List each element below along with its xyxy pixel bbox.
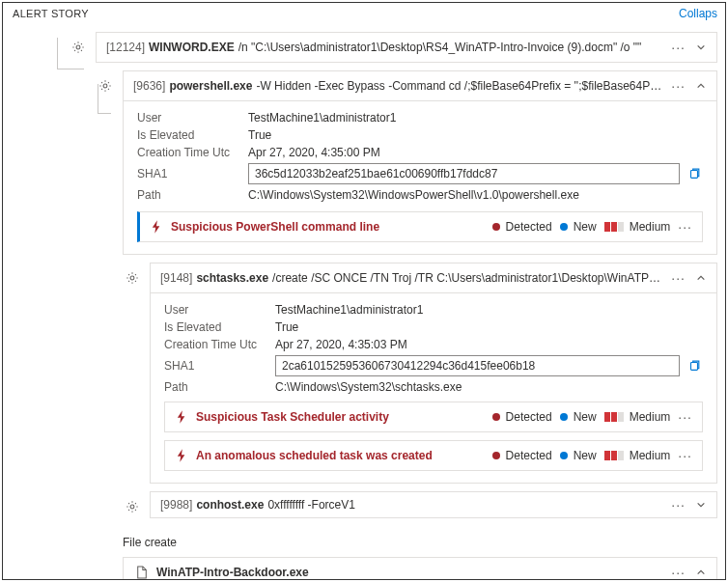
sha1-field[interactable]: 2ca6101525953606730412294c36d415fee06b18 (275, 355, 680, 376)
more-icon[interactable]: ··· (671, 566, 686, 579)
value-path: C:\Windows\System32\WindowsPowerShell\v1… (248, 188, 703, 202)
lightning-icon (150, 220, 163, 234)
alert-title: Suspicious PowerShell command line (171, 220, 485, 234)
alert-row[interactable]: An anomalous scheduled task was created … (164, 440, 703, 471)
label-ctime: Creation Time Utc (137, 146, 248, 159)
label-elevated: Is Elevated (164, 320, 275, 334)
process-pid: [9988] (160, 498, 192, 512)
more-icon[interactable]: ··· (671, 41, 686, 54)
svg-point-0 (76, 45, 80, 49)
file-name: WinATP-Intro-Backdoor.exe (156, 566, 659, 579)
process-args: /create /SC ONCE /TN Troj /TR C:\Users\a… (272, 271, 663, 285)
chevron-down-icon[interactable] (695, 42, 707, 53)
chevron-up-icon[interactable] (695, 272, 707, 284)
more-icon[interactable]: ··· (678, 410, 692, 424)
alert-title: Suspicious Task Scheduler activity (196, 410, 485, 424)
status-detected: Detected (492, 449, 552, 462)
svg-point-1 (103, 84, 107, 88)
chevron-up-icon[interactable] (695, 567, 707, 578)
svg-rect-2 (691, 171, 698, 179)
process-args: -W Hidden -Exec Bypass -Command cd /;$fi… (256, 79, 663, 93)
process-pid: [9148] (160, 271, 192, 285)
status-severity: Medium (604, 449, 671, 462)
status-new: New (560, 449, 597, 462)
value-ctime: Apr 27, 2020, 4:35:03 PM (275, 338, 703, 351)
more-icon[interactable]: ··· (671, 271, 686, 285)
process-name: powershell.exe (169, 79, 252, 93)
label-ctime: Creation Time Utc (164, 338, 275, 351)
label-sha1: SHA1 (164, 359, 275, 373)
lightning-icon (175, 410, 188, 424)
chevron-down-icon[interactable] (695, 499, 707, 511)
value-elevated: True (275, 320, 703, 334)
label-path: Path (137, 188, 248, 202)
status-new: New (560, 220, 597, 234)
value-user: TestMachine1\administrator1 (275, 303, 703, 317)
gear-icon (96, 76, 121, 96)
label-sha1: SHA1 (137, 167, 248, 180)
process-name: schtasks.exe (196, 271, 268, 285)
more-icon[interactable]: ··· (671, 79, 686, 93)
process-details: User TestMachine1\administrator1 Is Elev… (123, 101, 717, 255)
process-name: WINWORD.EXE (149, 41, 235, 54)
chevron-up-icon[interactable] (695, 80, 707, 92)
status-detected: Detected (492, 220, 552, 234)
process-pid: [9636] (133, 79, 165, 93)
collapse-all-link[interactable]: Collaps (679, 7, 717, 20)
value-ctime: Apr 27, 2020, 4:35:00 PM (248, 146, 703, 159)
status-new: New (560, 410, 597, 424)
label-elevated: Is Elevated (137, 128, 248, 142)
more-icon[interactable]: ··· (678, 220, 692, 234)
value-path: C:\Windows\System32\schtasks.exe (275, 380, 703, 394)
alert-title: An anomalous scheduled task was created (196, 449, 485, 462)
gear-icon (123, 268, 148, 288)
sha1-field[interactable]: 36c5d12033b2eaf251bae61c00690ffb17fddc87 (248, 163, 680, 184)
alert-row[interactable]: Suspicious PowerShell command line Detec… (137, 211, 703, 242)
label-user: User (137, 111, 248, 125)
value-user: TestMachine1\administrator1 (248, 111, 703, 125)
status-severity: Medium (604, 220, 671, 234)
svg-point-5 (130, 505, 134, 509)
more-icon[interactable]: ··· (671, 498, 686, 512)
alert-row[interactable]: Suspicious Task Scheduler activity Detec… (164, 402, 703, 432)
section-title: ALERT STORY (13, 8, 89, 19)
file-icon (133, 564, 151, 580)
file-create-heading: File create (123, 536, 717, 549)
svg-point-3 (130, 276, 134, 280)
process-pid: [12124] (106, 41, 145, 54)
process-args: /n "C:\Users\administrator1\Desktop\RS4_… (238, 41, 664, 54)
label-path: Path (164, 380, 275, 394)
gear-icon (123, 497, 148, 516)
copy-icon[interactable] (687, 166, 703, 181)
lightning-icon (175, 449, 188, 462)
copy-icon[interactable] (687, 358, 703, 374)
process-name: conhost.exe (196, 498, 264, 512)
label-user: User (164, 303, 275, 317)
more-icon[interactable]: ··· (678, 449, 692, 462)
value-elevated: True (248, 128, 703, 142)
process-details: User TestMachine1\administrator1 Is Elev… (150, 293, 717, 484)
process-args: 0xffffffff -ForceV1 (267, 498, 663, 512)
svg-rect-4 (691, 363, 698, 371)
gear-icon (69, 38, 94, 57)
status-severity: Medium (604, 410, 671, 424)
status-detected: Detected (492, 410, 552, 424)
